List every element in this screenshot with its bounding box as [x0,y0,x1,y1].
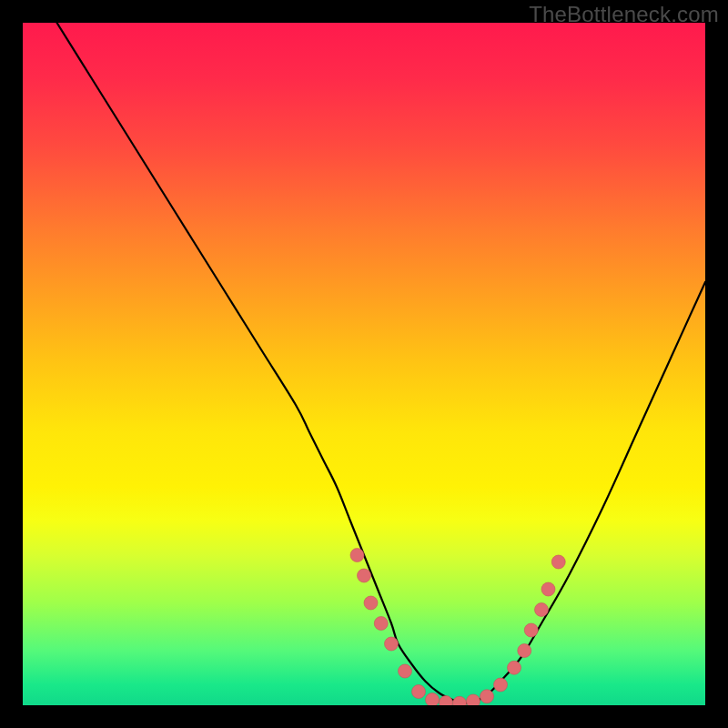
data-marker [518,644,531,658]
bottleneck-curve [57,23,706,703]
data-marker [480,690,494,703]
data-marker [358,569,371,582]
data-marker [412,685,426,699]
data-marker [374,617,388,631]
data-marker [426,693,440,706]
data-marker [535,603,549,617]
plot-area [23,23,705,705]
data-marker [524,623,538,637]
data-marker [385,637,399,651]
data-marker [399,664,412,678]
data-marker [494,678,508,692]
data-marker [541,582,555,596]
data-marker [467,694,480,705]
curve-layer [23,23,705,705]
data-marker [350,549,364,562]
chart-stage: TheBottleneck.com [0,0,728,728]
data-marker [440,696,453,706]
marker-group [350,549,565,706]
data-marker [551,555,565,569]
data-marker [453,696,467,705]
data-marker [364,596,378,610]
data-marker [508,661,521,674]
